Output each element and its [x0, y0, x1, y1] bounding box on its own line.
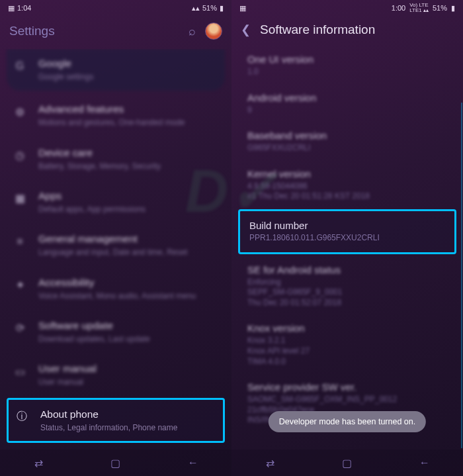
back-icon[interactable]: ❮ [241, 23, 251, 37]
info-title: Kernel version [247, 168, 447, 179]
item-subtitle: Motions and gestures, One-handed mode [38, 117, 220, 128]
info-value: EnforcingSEPF_SM-G965F_9_0001Thu Dec 20 … [247, 277, 447, 309]
info-title: Knox version [247, 322, 447, 334]
info-item[interactable]: Knox versionKnox 3.2.1Knox API level 27T… [238, 315, 456, 374]
item-title: Advanced features [38, 103, 220, 116]
info-item[interactable]: Kernel version4.9.59-15044086#1 Thu Dec … [238, 161, 456, 209]
software-info-header: ❮ Software information [232, 16, 463, 46]
info-value: PPR1.180610.011.G965FXXU2CRLI [249, 233, 445, 244]
settings-item[interactable]: ▦AppsDefault apps, App permissions [7, 181, 225, 223]
toast-message: Developer mode has been turned on. [269, 411, 426, 432]
settings-header: Settings ⌕ [0, 16, 232, 49]
settings-item[interactable]: ≡General managementLanguage and input, D… [7, 224, 225, 266]
item-title: Apps [38, 189, 220, 203]
network-icon: Vo) LTELTE1 ▴▴ [409, 3, 429, 13]
item-subtitle: Voice Assistant, Mono audio, Assistant m… [38, 291, 220, 301]
info-value: G965FXXU2CRLI [247, 143, 447, 154]
item-title: Accessibility [38, 276, 220, 289]
item-icon: ◷ [12, 148, 28, 164]
nav-home[interactable]: ▢ [106, 457, 126, 469]
nav-recent[interactable]: ⇄ [28, 457, 48, 469]
nav-back[interactable]: ← [415, 457, 435, 469]
settings-item[interactable]: ◷Device careBattery, Storage, Memory, Se… [7, 138, 225, 180]
nav-back[interactable]: ← [183, 457, 203, 469]
settings-item[interactable]: ▭User manualUser manual [7, 354, 225, 396]
nav-home[interactable]: ▢ [337, 457, 357, 469]
search-icon[interactable]: ⌕ [189, 24, 196, 38]
info-title: Baseband version [247, 130, 447, 141]
battery-icon: ▮ [220, 4, 224, 13]
status-time: 1:04 [17, 4, 31, 12]
gallery-icon: ▦ [8, 4, 15, 13]
avatar[interactable] [205, 23, 222, 40]
nav-bar: ⇄ ▢ ← [0, 450, 232, 476]
info-value: 1.0 [247, 67, 447, 77]
info-item[interactable]: Android version9 [238, 85, 456, 123]
software-info-screen: ▦ 1:00 Vo) LTELTE1 ▴▴ 51% ▮ ❮ Software i… [232, 0, 463, 476]
item-icon: ⟳ [12, 320, 28, 336]
info-item-build-number[interactable]: Build numberPPR1.180610.011.G965FXXU2CRL… [238, 209, 456, 254]
status-bar: ▦ 1:00 Vo) LTELTE1 ▴▴ 51% ▮ [232, 0, 463, 16]
info-title: One UI version [247, 54, 447, 65]
settings-item[interactable]: ⟳Software updateDownload updates, Last u… [7, 311, 225, 353]
item-subtitle: User manual [38, 377, 220, 387]
battery-text: 51% [433, 4, 447, 12]
status-time: 1:00 [392, 4, 405, 12]
item-subtitle: Google settings [38, 71, 220, 82]
settings-item[interactable]: ⚙Advanced featuresMotions and gestures, … [7, 95, 225, 136]
info-title: Build number [249, 220, 445, 231]
item-subtitle: Download updates, Last update [38, 334, 220, 344]
info-item[interactable]: Baseband versionG965FXXU2CRLI [238, 122, 456, 161]
settings-screen: ▦1:04 ▴▴51%▮ Settings ⌕ GGoogleGoogle se… [0, 0, 232, 476]
info-item[interactable]: One UI version1.0 [238, 46, 456, 85]
info-value: 4.9.59-15044086#1 Thu Dec 20 01:51:28 KS… [247, 181, 447, 202]
battery-icon: ▮ [451, 4, 455, 13]
settings-item[interactable]: ✦AccessibilityVoice Assistant, Mono audi… [7, 268, 225, 310]
info-value: 9 [247, 105, 447, 116]
item-title: Software update [38, 319, 220, 332]
nav-recent[interactable]: ⇄ [260, 457, 280, 469]
item-icon: ✦ [12, 277, 28, 293]
item-title: General management [38, 232, 220, 246]
item-title: User manual [38, 362, 220, 375]
item-icon: ▭ [12, 363, 28, 379]
status-bar: ▦1:04 ▴▴51%▮ [0, 0, 232, 16]
info-title: Android version [247, 92, 447, 103]
info-title: Service provider SW ver. [247, 381, 447, 393]
item-icon: ≡ [12, 234, 28, 250]
item-subtitle: Status, Legal information, Phone name [40, 422, 218, 433]
item-title: Device care [38, 146, 220, 160]
item-title: Google [38, 57, 220, 70]
item-icon: ⚙ [12, 104, 28, 120]
info-item[interactable]: SE for Android statusEnforcingSEPF_SM-G9… [238, 257, 456, 316]
settings-item[interactable]: GGoogleGoogle settings [7, 49, 225, 91]
settings-list[interactable]: GGoogleGoogle settings⚙Advanced features… [0, 49, 232, 476]
signal-icon: ▴▴ [192, 4, 200, 13]
item-subtitle: Default apps, App permissions [38, 204, 220, 214]
battery-text: 51% [202, 4, 217, 12]
item-icon: G [12, 58, 28, 74]
page-title: Software information [260, 23, 454, 37]
item-icon: ▦ [12, 191, 28, 207]
item-title: About phone [40, 408, 218, 421]
info-value: Knox 3.2.1Knox API level 27TIMA 4.0.0 [247, 336, 447, 367]
page-title: Settings [9, 24, 179, 38]
item-subtitle: Language and input, Date and time, Reset [38, 247, 220, 258]
gallery-icon: ▦ [239, 4, 246, 13]
scroll-edge-indicator [461, 103, 462, 448]
settings-item-about-phone[interactable]: ⓘAbout phoneStatus, Legal information, P… [7, 398, 225, 443]
item-subtitle: Battery, Storage, Memory, Security [38, 161, 220, 171]
nav-bar: ⇄ ▢ ← [232, 450, 463, 476]
info-title: SE for Android status [247, 264, 447, 275]
item-icon: ⓘ [14, 409, 30, 425]
